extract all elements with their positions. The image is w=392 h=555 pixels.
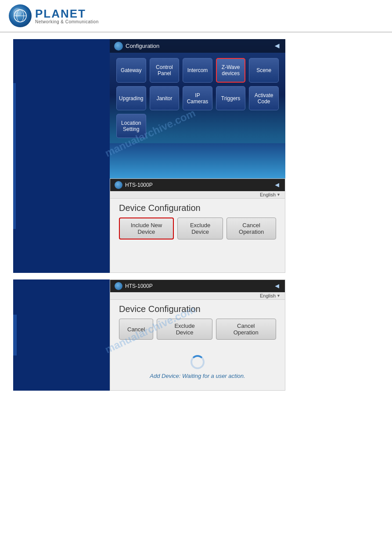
device-panel-2-header-left: HTS-1000P [115,282,153,290]
include-new-device-button[interactable]: Include New Device [119,218,174,239]
config-header-left: Configuration [114,42,159,51]
screenshot-1: Configuration ◄ Gateway ControlPanel Int… [13,39,285,273]
device-panel-1-lang-row: English ▼ [110,191,285,199]
config-btn-ip-cameras[interactable]: IPCameras [183,86,212,110]
device-panel-2-language[interactable]: English ▼ [260,293,281,298]
config-title: Configuration [126,43,159,49]
left-sidebar-1 [13,39,110,273]
device-panel-2: HTS-1000P ◄ English ▼ Device Configurati… [110,279,285,391]
cancel-operation-button-1[interactable]: Cancel Operation [227,218,276,239]
device-panel-1-body [110,246,285,272]
logo-icon [9,4,32,27]
spinner-container: Add Device: Waiting for a user action. [110,346,285,390]
config-btn-intercom[interactable]: Intercom [183,58,212,83]
device-panel-1-buttons: Include New Device Exclude Device Cancel… [110,218,285,246]
config-btn-gateway[interactable]: Gateway [116,58,146,83]
device-panel-1-language[interactable]: English ▼ [260,192,281,197]
config-btn-janitor[interactable]: Janitor [150,86,180,110]
loading-spinner [191,355,205,369]
config-btn-upgrading[interactable]: Upgrading [116,86,146,110]
config-back-icon[interactable]: ◄ [273,41,281,51]
config-globe-icon [114,42,123,51]
screenshot-2: HTS-1000P ◄ English ▼ Device Configurati… [13,279,285,391]
config-btn-scene[interactable]: Scene [249,58,279,83]
logo-planet: PLANET [35,8,99,19]
device-panel-2-title: HTS-1000P [125,283,153,289]
logo-subtitle: Networking & Communication [35,19,99,24]
exclude-device-button-1[interactable]: Exclude Device [177,218,223,239]
waiting-text: Add Device: Waiting for a user action. [150,373,245,379]
screenshots-area: Configuration ◄ Gateway ControlPanel Int… [0,33,392,391]
config-btn-control-panel[interactable]: ControlPanel [150,58,180,83]
device-panel-2-config-title: Device Configuration [110,300,285,319]
device-panel-2-header: HTS-1000P ◄ [110,280,285,292]
exclude-device-button-2[interactable]: Exclude Device [157,319,212,340]
config-btn-zwave[interactable]: Z-Wavedevices [216,58,246,83]
language-dropdown-arrow-2: ▼ [277,294,281,298]
cancel-button-2[interactable]: Cancel [119,319,153,340]
config-spacer [110,143,285,178]
config-buttons-grid: Gateway ControlPanel Intercom Z-Wavedevi… [110,53,285,143]
device-panel-1-config-title: Device Configuration [110,199,285,218]
page-header: PLANET Networking & Communication [0,0,392,33]
left-sidebar-2 [13,279,110,391]
device-panel-2-back-icon[interactable]: ◄ [273,282,281,290]
device-panel-1-header: HTS-1000P ◄ [110,179,285,191]
left-sidebar-bar [13,83,16,229]
logo-text-group: PLANET Networking & Communication [35,8,99,24]
language-dropdown-arrow: ▼ [277,192,281,197]
config-btn-activate-code[interactable]: ActivateCode [249,86,279,110]
right-content-2: HTS-1000P ◄ English ▼ Device Configurati… [110,279,285,391]
device-panel-1-back-icon[interactable]: ◄ [273,181,281,189]
device-panel-1-header-left: HTS-1000P [115,181,153,189]
right-content-1: Configuration ◄ Gateway ControlPanel Int… [110,39,285,273]
device-panel-1: HTS-1000P ◄ English ▼ Device Configurati… [110,178,285,273]
config-screen: Configuration ◄ Gateway ControlPanel Int… [110,39,285,178]
device-panel-2-lang-row: English ▼ [110,292,285,300]
device-panel-2-icon [115,282,122,290]
device-panel-1-icon [115,181,122,189]
left-sidebar-2-bar [13,315,17,355]
config-btn-triggers[interactable]: Triggers [216,86,246,110]
language-label: English [260,192,276,197]
config-screen-header: Configuration ◄ [110,39,285,53]
config-btn-location-setting[interactable]: LocationSetting [116,114,146,138]
cancel-operation-button-2[interactable]: Cancel Operation [216,319,276,340]
language-label-2: English [260,293,276,298]
device-panel-2-buttons: Cancel Exclude Device Cancel Operation [110,319,285,346]
device-panel-1-title: HTS-1000P [125,182,153,188]
